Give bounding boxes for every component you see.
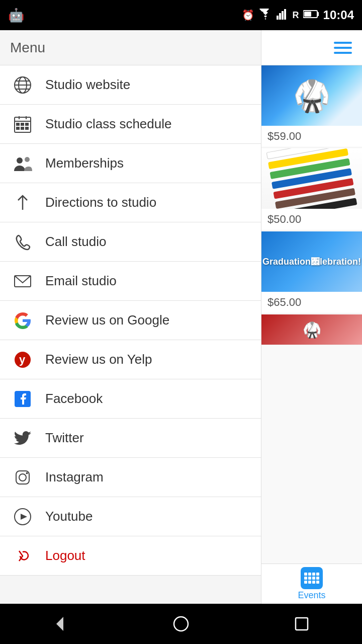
grid-dot bbox=[308, 581, 311, 584]
product-price-2: $50.00 bbox=[261, 209, 362, 230]
globe-icon bbox=[10, 72, 35, 98]
logout-icon bbox=[10, 543, 35, 569]
menu-item-studio-class-schedule[interactable]: Studio class schedule bbox=[0, 105, 261, 144]
instagram-icon bbox=[10, 465, 35, 490]
grid-dot bbox=[308, 577, 311, 580]
review-yelp-label: Review us on Yelp bbox=[45, 352, 152, 367]
instagram-label: Instagram bbox=[45, 469, 104, 485]
logout-label: Logout bbox=[45, 548, 85, 564]
events-calendar-icon bbox=[301, 567, 323, 589]
recents-button[interactable] bbox=[287, 609, 317, 639]
right-header bbox=[261, 30, 362, 65]
grid-dot bbox=[312, 581, 315, 584]
directions-icon bbox=[10, 190, 35, 215]
product-price-3: $65.00 bbox=[261, 292, 362, 313]
directions-label: Directions to studio bbox=[45, 195, 156, 210]
menu-title: Menu bbox=[10, 40, 45, 56]
menu-item-studio-website[interactable]: Studio website bbox=[0, 65, 261, 105]
svg-rect-2 bbox=[282, 11, 284, 20]
call-studio-label: Call studio bbox=[45, 234, 106, 250]
svg-rect-16 bbox=[17, 123, 19, 125]
grid-dot bbox=[312, 577, 315, 580]
wifi-icon bbox=[258, 9, 273, 22]
belts-image bbox=[261, 148, 362, 209]
twitter-icon bbox=[10, 426, 35, 451]
alarm-icon: ⏰ bbox=[242, 9, 254, 21]
menu-item-twitter[interactable]: Twitter bbox=[0, 419, 261, 458]
svg-rect-3 bbox=[284, 9, 286, 20]
menu-item-youtube[interactable]: Youtube bbox=[0, 497, 261, 536]
grid-dot bbox=[316, 581, 319, 584]
product-price-1: $59.00 bbox=[261, 126, 362, 147]
calendar-grid-icon bbox=[10, 112, 35, 137]
back-button[interactable] bbox=[45, 609, 75, 639]
status-left: 🤖 bbox=[8, 8, 24, 23]
review-google-label: Review us on Google bbox=[45, 312, 169, 328]
signal-icon bbox=[277, 9, 289, 22]
svg-rect-17 bbox=[21, 123, 24, 125]
product-cards: $59.00 bbox=[261, 65, 362, 604]
svg-point-35 bbox=[174, 617, 188, 631]
studio-class-schedule-label: Studio class schedule bbox=[45, 116, 171, 132]
menu-item-facebook[interactable]: Facebook bbox=[0, 379, 261, 419]
menu-item-instagram[interactable]: Instagram bbox=[0, 458, 261, 497]
events-icon-grid bbox=[304, 573, 319, 584]
taekwondo-image bbox=[261, 65, 362, 126]
svg-marker-34 bbox=[56, 617, 63, 631]
menu-item-logout[interactable]: Logout bbox=[0, 536, 261, 576]
menu-item-call-studio[interactable]: Call studio bbox=[0, 222, 261, 262]
right-panel: $59.00 bbox=[261, 30, 362, 604]
group-icon bbox=[10, 151, 35, 176]
product-card-1[interactable]: $59.00 bbox=[261, 65, 362, 147]
email-studio-label: Email studio bbox=[45, 273, 117, 289]
bottom-nav bbox=[0, 604, 362, 644]
menu-item-review-yelp[interactable]: y Review us on Yelp bbox=[0, 340, 261, 379]
hamburger-line-1 bbox=[334, 42, 352, 44]
status-right: ⏰ R 10:04 bbox=[242, 8, 354, 22]
svg-rect-19 bbox=[17, 127, 19, 129]
svg-rect-20 bbox=[21, 127, 24, 129]
graduation-image bbox=[261, 231, 362, 292]
menu-item-email-studio[interactable]: Email studio bbox=[0, 262, 261, 301]
status-time: 10:04 bbox=[323, 8, 354, 22]
product-image-2 bbox=[261, 148, 362, 209]
svg-rect-5 bbox=[317, 12, 319, 16]
product-card-2[interactable]: $50.00 bbox=[261, 148, 362, 230]
app-icon: 🤖 bbox=[8, 8, 24, 23]
svg-point-22 bbox=[17, 157, 23, 164]
grid-dot bbox=[304, 573, 307, 576]
product-card-3[interactable]: $65.00 bbox=[261, 231, 362, 313]
belts-stack bbox=[266, 148, 357, 209]
twitter-label: Twitter bbox=[45, 430, 84, 446]
hamburger-line-2 bbox=[334, 47, 352, 49]
svg-rect-21 bbox=[26, 127, 28, 129]
svg-rect-1 bbox=[279, 13, 281, 20]
svg-rect-18 bbox=[26, 123, 28, 125]
menu-item-review-google[interactable]: Review us on Google bbox=[0, 301, 261, 340]
menu-item-directions[interactable]: Directions to studio bbox=[0, 183, 261, 222]
grid-dot bbox=[312, 573, 315, 576]
phone-icon bbox=[10, 229, 35, 255]
menu-item-memberships[interactable]: Memberships bbox=[0, 144, 261, 183]
google-icon bbox=[10, 308, 35, 333]
product-image-4: 🥋 bbox=[261, 314, 362, 345]
product-card-4[interactable]: 🥋 bbox=[261, 314, 362, 345]
grid-dot bbox=[316, 573, 319, 576]
r-icon: R bbox=[293, 10, 299, 21]
facebook-label: Facebook bbox=[45, 391, 103, 407]
memberships-label: Memberships bbox=[45, 155, 124, 171]
svg-point-30 bbox=[19, 474, 26, 481]
main-layout: Menu Studio website bbox=[0, 30, 362, 604]
menu-panel: Menu Studio website bbox=[0, 30, 261, 604]
status-bar: 🤖 ⏰ R 10:0 bbox=[0, 0, 362, 30]
home-button[interactable] bbox=[166, 609, 196, 639]
hamburger-menu-button[interactable] bbox=[334, 42, 352, 54]
events-bar[interactable]: Events bbox=[261, 564, 362, 604]
battery-icon bbox=[303, 10, 319, 21]
facebook-icon bbox=[10, 386, 35, 412]
grid-dot bbox=[304, 581, 307, 584]
youtube-label: Youtube bbox=[45, 509, 93, 524]
svg-marker-33 bbox=[21, 514, 27, 520]
svg-point-31 bbox=[26, 472, 28, 474]
email-icon bbox=[10, 269, 35, 294]
